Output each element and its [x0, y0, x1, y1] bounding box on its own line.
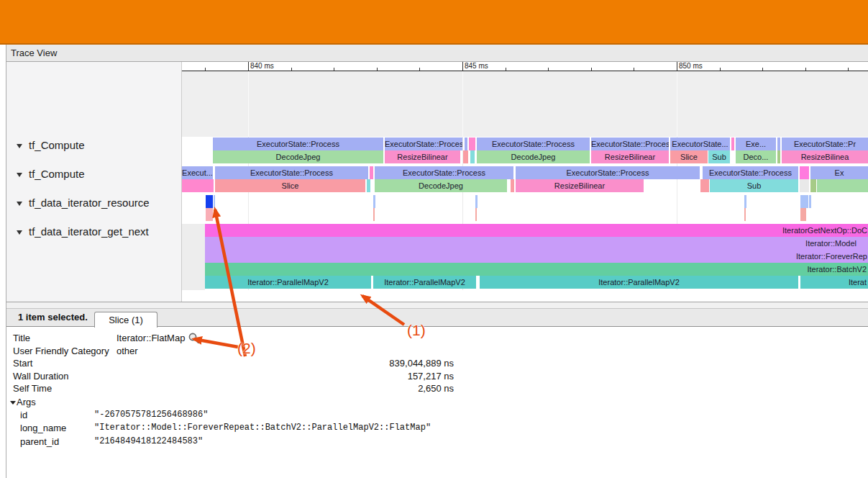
- expander-down-icon[interactable]: [17, 144, 22, 148]
- trace-event[interactable]: Iterator::ParallelMapV2: [480, 276, 798, 289]
- trace-view-title: Trace View: [11, 48, 57, 58]
- arg-key: parent_id: [20, 436, 59, 448]
- details-tab-bar: 1 item selected. Slice (1): [6, 309, 868, 327]
- timeline[interactable]: 840 ms845 ms850 ms ExecutorState::Proces…: [182, 62, 868, 302]
- trace-event[interactable]: ExecutorState::Process: [213, 137, 383, 150]
- trace-event[interactable]: DecodeJpeg: [375, 179, 507, 192]
- track-label-text: tf_data_iterator_get_next: [29, 225, 149, 238]
- trace-event[interactable]: [465, 137, 467, 150]
- trace-event[interactable]: [463, 150, 468, 163]
- trace-event[interactable]: DecodeJpeg: [477, 150, 590, 163]
- args-section-header[interactable]: Args: [10, 397, 36, 408]
- trace-event[interactable]: Slice: [215, 179, 365, 192]
- detail-label: Self Time: [13, 382, 52, 394]
- trace-event[interactable]: ResizeBilinear: [591, 150, 669, 163]
- trace-event[interactable]: [373, 195, 375, 208]
- trace-event[interactable]: [511, 179, 514, 192]
- trace-event[interactable]: [370, 166, 373, 179]
- trace-view-header: Trace View: [6, 45, 868, 62]
- detail-label: Title: [13, 332, 30, 344]
- trace-event[interactable]: Exe...: [736, 137, 776, 150]
- expander-down-icon[interactable]: [17, 173, 22, 177]
- timeline-left-margin: [182, 224, 205, 290]
- ruler-minor-tick: [762, 68, 763, 71]
- trace-event[interactable]: ExecutorState::Process: [215, 166, 368, 179]
- trace-event[interactable]: ExecutorState::Process: [477, 137, 590, 150]
- trace-event[interactable]: ExecutorState::Pr: [782, 137, 868, 150]
- trace-event[interactable]: Iterator::BatchV2: [205, 263, 868, 276]
- gridline: [462, 71, 463, 137]
- trace-event[interactable]: [744, 195, 746, 208]
- trace-event[interactable]: [367, 179, 370, 192]
- trace-event[interactable]: [700, 179, 709, 192]
- ruler-minor-tick: [805, 68, 806, 71]
- ruler-label: 845 ms: [465, 62, 488, 70]
- search-icon[interactable]: [188, 332, 200, 344]
- arg-key: id: [20, 409, 27, 421]
- trace-event[interactable]: [744, 208, 746, 221]
- trace-event[interactable]: [817, 179, 868, 192]
- trace-event[interactable]: ResizeBilinear: [516, 179, 644, 192]
- trace-event[interactable]: [214, 195, 215, 208]
- trace-event[interactable]: [800, 195, 808, 208]
- trace-event[interactable]: [475, 208, 477, 221]
- trace-event[interactable]: [809, 195, 811, 208]
- trace-event[interactable]: Sub: [710, 179, 798, 192]
- ruler-minor-tick: [291, 68, 292, 71]
- trace-event[interactable]: ExecutorState::Process: [516, 166, 700, 179]
- panel-splitter[interactable]: [6, 302, 868, 309]
- trace-event[interactable]: Iterator::ForeverRep: [205, 250, 868, 263]
- trace-event[interactable]: ExecutorState::Process: [375, 166, 513, 179]
- trace-event[interactable]: [777, 137, 780, 150]
- trace-event[interactable]: [469, 137, 475, 150]
- trace-event[interactable]: DecodeJpeg: [213, 150, 383, 163]
- trace-event[interactable]: [206, 195, 213, 208]
- trace-event[interactable]: IteratorGetNextOp::DoC: [205, 224, 868, 237]
- trace-event[interactable]: [800, 166, 809, 179]
- trace-event[interactable]: [373, 208, 375, 221]
- trace-event[interactable]: [206, 208, 213, 221]
- trace-event[interactable]: Iterat: [800, 276, 868, 289]
- trace-event[interactable]: Iterator::ParallelMapV2: [373, 276, 476, 289]
- sidebar-track-item[interactable]: tf_data_iterator_get_next: [6, 225, 181, 238]
- selection-summary: 1 item selected.: [18, 309, 88, 326]
- trace-event[interactable]: ExecutorState::Process: [385, 137, 462, 150]
- trace-event[interactable]: [182, 179, 214, 192]
- ruler-minor-tick: [591, 68, 592, 71]
- details-panel: TitleIterator::FlatMapUser Friendly Cate…: [6, 327, 868, 478]
- ruler-label: 850 ms: [679, 62, 703, 70]
- trace-event[interactable]: [475, 195, 478, 208]
- tab-slice[interactable]: Slice (1): [94, 312, 157, 328]
- expander-down-icon[interactable]: [17, 230, 22, 235]
- trace-event[interactable]: ExecutorState::Process: [591, 137, 669, 150]
- expander-down-icon[interactable]: [17, 202, 22, 206]
- ruler-minor-tick: [848, 68, 849, 71]
- trace-event[interactable]: Slice: [670, 150, 708, 163]
- trace-event[interactable]: ResizeBilinea: [782, 150, 868, 163]
- arg-value: "2164849418122484583": [94, 436, 203, 448]
- trace-event[interactable]: [810, 179, 816, 192]
- expander-down-icon[interactable]: [10, 401, 16, 405]
- trace-event[interactable]: [777, 150, 780, 163]
- trace-event[interactable]: ResizeBilinear: [385, 150, 460, 163]
- trace-event[interactable]: Ex: [810, 166, 868, 179]
- trace-event[interactable]: Deco...: [736, 150, 776, 163]
- trace-event[interactable]: [731, 137, 734, 150]
- trace-event[interactable]: [800, 179, 809, 192]
- trace-event[interactable]: Sub: [708, 150, 730, 163]
- trace-event[interactable]: ExecutorState::Process: [703, 166, 798, 179]
- sidebar-track-item[interactable]: tf_Compute: [6, 168, 181, 181]
- trace-event[interactable]: Iterator::Model: [205, 237, 868, 250]
- detail-row: Self Time2,650 ns: [6, 382, 868, 394]
- sidebar-track-item[interactable]: tf_data_iterator_resource: [6, 197, 181, 209]
- trace-event[interactable]: [470, 150, 475, 163]
- ruler-label: 840 ms: [250, 62, 274, 70]
- trace-event[interactable]: [800, 208, 806, 221]
- track-label-text: tf_Compute: [29, 139, 85, 151]
- trace-event[interactable]: Iterator::ParallelMapV2: [205, 276, 371, 289]
- trace-event[interactable]: Execut...: [182, 166, 213, 179]
- sidebar-track-item[interactable]: tf_Compute: [6, 139, 181, 152]
- detail-label: Wall Duration: [13, 370, 69, 382]
- tracks-sidebar: tf_Computetf_Computetf_data_iterator_res…: [6, 62, 182, 302]
- trace-event[interactable]: ExecutorState...: [670, 137, 730, 150]
